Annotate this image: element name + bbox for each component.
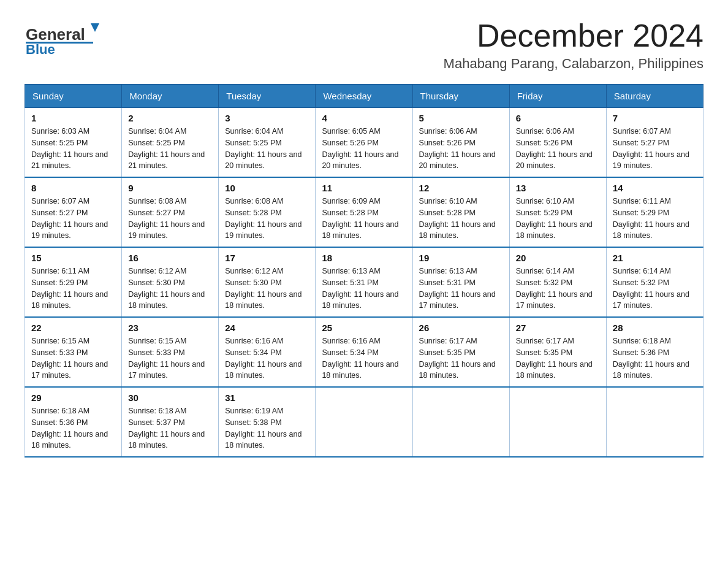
day-info: Sunrise: 6:04 AM Sunset: 5:25 PM Dayligh… bbox=[128, 126, 212, 172]
calendar-body: 1 Sunrise: 6:03 AM Sunset: 5:25 PM Dayli… bbox=[25, 108, 703, 458]
calendar-week-row: 15 Sunrise: 6:11 AM Sunset: 5:29 PM Dayl… bbox=[25, 247, 703, 317]
calendar-weekday-header: Monday bbox=[122, 85, 219, 108]
logo: General Blue bbox=[25, 18, 104, 58]
day-info: Sunrise: 6:11 AM Sunset: 5:29 PM Dayligh… bbox=[613, 196, 697, 242]
calendar-day-cell bbox=[509, 387, 606, 457]
page-subtitle: Mahabang Parang, Calabarzon, Philippines bbox=[444, 56, 703, 72]
svg-text:General: General bbox=[26, 25, 85, 44]
day-number: 7 bbox=[613, 113, 697, 123]
calendar-weekday-header: Thursday bbox=[412, 85, 509, 108]
day-info: Sunrise: 6:17 AM Sunset: 5:35 PM Dayligh… bbox=[419, 335, 503, 381]
day-info: Sunrise: 6:16 AM Sunset: 5:34 PM Dayligh… bbox=[225, 335, 309, 381]
day-info: Sunrise: 6:19 AM Sunset: 5:38 PM Dayligh… bbox=[225, 405, 309, 451]
calendar-day-cell: 11 Sunrise: 6:09 AM Sunset: 5:28 PM Dayl… bbox=[316, 177, 412, 247]
day-number: 4 bbox=[322, 113, 406, 123]
day-info: Sunrise: 6:07 AM Sunset: 5:27 PM Dayligh… bbox=[613, 126, 697, 172]
calendar-week-row: 29 Sunrise: 6:18 AM Sunset: 5:36 PM Dayl… bbox=[25, 387, 703, 457]
day-number: 12 bbox=[419, 183, 503, 193]
day-number: 21 bbox=[613, 253, 697, 263]
day-number: 23 bbox=[128, 323, 212, 333]
day-info: Sunrise: 6:10 AM Sunset: 5:28 PM Dayligh… bbox=[419, 196, 503, 242]
page-header: General Blue December 2024 Mahabang Para… bbox=[25, 18, 703, 72]
calendar-weekday-header: Tuesday bbox=[219, 85, 316, 108]
calendar-day-cell: 14 Sunrise: 6:11 AM Sunset: 5:29 PM Dayl… bbox=[606, 177, 703, 247]
calendar-day-cell: 16 Sunrise: 6:12 AM Sunset: 5:30 PM Dayl… bbox=[122, 247, 219, 317]
calendar-day-cell: 13 Sunrise: 6:10 AM Sunset: 5:29 PM Dayl… bbox=[509, 177, 606, 247]
day-info: Sunrise: 6:06 AM Sunset: 5:26 PM Dayligh… bbox=[516, 126, 600, 172]
calendar-day-cell: 25 Sunrise: 6:16 AM Sunset: 5:34 PM Dayl… bbox=[316, 317, 412, 387]
svg-marker-1 bbox=[91, 23, 99, 32]
day-info: Sunrise: 6:14 AM Sunset: 5:32 PM Dayligh… bbox=[613, 266, 697, 312]
day-number: 3 bbox=[225, 113, 309, 123]
calendar-day-cell: 15 Sunrise: 6:11 AM Sunset: 5:29 PM Dayl… bbox=[25, 247, 122, 317]
calendar-day-cell: 8 Sunrise: 6:07 AM Sunset: 5:27 PM Dayli… bbox=[25, 177, 122, 247]
day-number: 15 bbox=[31, 253, 115, 263]
day-info: Sunrise: 6:08 AM Sunset: 5:28 PM Dayligh… bbox=[225, 196, 309, 242]
day-number: 5 bbox=[419, 113, 503, 123]
day-number: 27 bbox=[516, 323, 600, 333]
day-number: 19 bbox=[419, 253, 503, 263]
calendar-day-cell: 26 Sunrise: 6:17 AM Sunset: 5:35 PM Dayl… bbox=[412, 317, 509, 387]
day-info: Sunrise: 6:06 AM Sunset: 5:26 PM Dayligh… bbox=[419, 126, 503, 172]
day-number: 8 bbox=[31, 183, 115, 193]
day-number: 9 bbox=[128, 183, 212, 193]
day-number: 2 bbox=[128, 113, 212, 123]
calendar-header: SundayMondayTuesdayWednesdayThursdayFrid… bbox=[25, 85, 703, 108]
calendar-day-cell: 4 Sunrise: 6:05 AM Sunset: 5:26 PM Dayli… bbox=[316, 108, 412, 178]
day-info: Sunrise: 6:11 AM Sunset: 5:29 PM Dayligh… bbox=[31, 266, 115, 312]
calendar-day-cell: 17 Sunrise: 6:12 AM Sunset: 5:30 PM Dayl… bbox=[219, 247, 316, 317]
calendar-day-cell: 12 Sunrise: 6:10 AM Sunset: 5:28 PM Dayl… bbox=[412, 177, 509, 247]
calendar-day-cell: 21 Sunrise: 6:14 AM Sunset: 5:32 PM Dayl… bbox=[606, 247, 703, 317]
title-block: December 2024 Mahabang Parang, Calabarzo… bbox=[444, 18, 703, 72]
calendar-day-cell bbox=[316, 387, 412, 457]
day-info: Sunrise: 6:09 AM Sunset: 5:28 PM Dayligh… bbox=[322, 196, 406, 242]
calendar-day-cell: 20 Sunrise: 6:14 AM Sunset: 5:32 PM Dayl… bbox=[509, 247, 606, 317]
day-number: 20 bbox=[516, 253, 600, 263]
day-number: 10 bbox=[225, 183, 309, 193]
day-info: Sunrise: 6:12 AM Sunset: 5:30 PM Dayligh… bbox=[128, 266, 212, 312]
logo-svg: General Blue bbox=[25, 18, 104, 58]
calendar-header-row: SundayMondayTuesdayWednesdayThursdayFrid… bbox=[25, 85, 703, 108]
calendar-weekday-header: Sunday bbox=[25, 85, 122, 108]
calendar-day-cell bbox=[412, 387, 509, 457]
day-number: 22 bbox=[31, 323, 115, 333]
calendar-day-cell: 23 Sunrise: 6:15 AM Sunset: 5:33 PM Dayl… bbox=[122, 317, 219, 387]
calendar-day-cell: 27 Sunrise: 6:17 AM Sunset: 5:35 PM Dayl… bbox=[509, 317, 606, 387]
calendar-day-cell: 28 Sunrise: 6:18 AM Sunset: 5:36 PM Dayl… bbox=[606, 317, 703, 387]
day-number: 6 bbox=[516, 113, 600, 123]
calendar-day-cell: 3 Sunrise: 6:04 AM Sunset: 5:25 PM Dayli… bbox=[219, 108, 316, 178]
day-info: Sunrise: 6:15 AM Sunset: 5:33 PM Dayligh… bbox=[128, 335, 212, 381]
calendar-week-row: 22 Sunrise: 6:15 AM Sunset: 5:33 PM Dayl… bbox=[25, 317, 703, 387]
day-info: Sunrise: 6:18 AM Sunset: 5:37 PM Dayligh… bbox=[128, 405, 212, 451]
calendar-week-row: 1 Sunrise: 6:03 AM Sunset: 5:25 PM Dayli… bbox=[25, 108, 703, 178]
calendar-day-cell: 2 Sunrise: 6:04 AM Sunset: 5:25 PM Dayli… bbox=[122, 108, 219, 178]
day-number: 30 bbox=[128, 393, 212, 403]
calendar-day-cell: 24 Sunrise: 6:16 AM Sunset: 5:34 PM Dayl… bbox=[219, 317, 316, 387]
calendar-day-cell: 5 Sunrise: 6:06 AM Sunset: 5:26 PM Dayli… bbox=[412, 108, 509, 178]
calendar-day-cell: 19 Sunrise: 6:13 AM Sunset: 5:31 PM Dayl… bbox=[412, 247, 509, 317]
day-number: 31 bbox=[225, 393, 309, 403]
day-info: Sunrise: 6:10 AM Sunset: 5:29 PM Dayligh… bbox=[516, 196, 600, 242]
day-info: Sunrise: 6:12 AM Sunset: 5:30 PM Dayligh… bbox=[225, 266, 309, 312]
calendar-day-cell: 18 Sunrise: 6:13 AM Sunset: 5:31 PM Dayl… bbox=[316, 247, 412, 317]
calendar-week-row: 8 Sunrise: 6:07 AM Sunset: 5:27 PM Dayli… bbox=[25, 177, 703, 247]
day-number: 28 bbox=[613, 323, 697, 333]
day-info: Sunrise: 6:17 AM Sunset: 5:35 PM Dayligh… bbox=[516, 335, 600, 381]
calendar-weekday-header: Wednesday bbox=[316, 85, 412, 108]
day-number: 25 bbox=[322, 323, 406, 333]
calendar-day-cell: 22 Sunrise: 6:15 AM Sunset: 5:33 PM Dayl… bbox=[25, 317, 122, 387]
calendar-table: SundayMondayTuesdayWednesdayThursdayFrid… bbox=[25, 84, 703, 458]
calendar-weekday-header: Friday bbox=[509, 85, 606, 108]
day-info: Sunrise: 6:15 AM Sunset: 5:33 PM Dayligh… bbox=[31, 335, 115, 381]
calendar-day-cell: 10 Sunrise: 6:08 AM Sunset: 5:28 PM Dayl… bbox=[219, 177, 316, 247]
calendar-day-cell: 29 Sunrise: 6:18 AM Sunset: 5:36 PM Dayl… bbox=[25, 387, 122, 457]
day-number: 13 bbox=[516, 183, 600, 193]
svg-text:Blue: Blue bbox=[26, 42, 55, 57]
day-number: 29 bbox=[31, 393, 115, 403]
calendar-day-cell: 1 Sunrise: 6:03 AM Sunset: 5:25 PM Dayli… bbox=[25, 108, 122, 178]
day-number: 16 bbox=[128, 253, 212, 263]
day-info: Sunrise: 6:18 AM Sunset: 5:36 PM Dayligh… bbox=[31, 405, 115, 451]
calendar-day-cell: 6 Sunrise: 6:06 AM Sunset: 5:26 PM Dayli… bbox=[509, 108, 606, 178]
calendar-day-cell bbox=[606, 387, 703, 457]
day-info: Sunrise: 6:05 AM Sunset: 5:26 PM Dayligh… bbox=[322, 126, 406, 172]
